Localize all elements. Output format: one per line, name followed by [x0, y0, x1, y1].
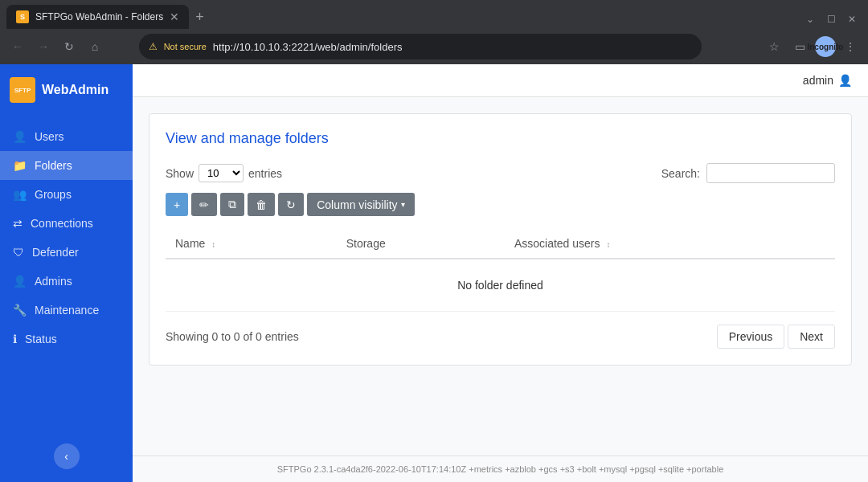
groups-icon: 👥: [13, 188, 27, 201]
previous-page-button[interactable]: Previous: [717, 325, 784, 349]
sidebar-nav: 👤 Users 📁 Folders 👥 Groups ⇄ Connections…: [0, 116, 133, 431]
delete-button[interactable]: 🗑: [248, 193, 275, 216]
minimize-button[interactable]: ⌄: [800, 13, 820, 26]
column-visibility-button[interactable]: Column visibility: [307, 193, 414, 216]
sidebar-item-maintenance[interactable]: 🔧 Maintenance: [0, 296, 133, 325]
admins-label: Admins: [35, 275, 72, 288]
folders-icon: 📁: [13, 159, 27, 172]
sidebar-item-admins[interactable]: 👤 Admins: [0, 267, 133, 296]
reload-button[interactable]: ↻: [58, 35, 80, 58]
copy-button[interactable]: ⧉: [220, 193, 244, 216]
show-entries-control: Show 10 25 50 100 entries: [166, 164, 282, 182]
sidebar-item-status[interactable]: ℹ Status: [0, 325, 133, 353]
sidebar-item-groups[interactable]: 👥 Groups: [0, 180, 133, 209]
connections-icon: ⇄: [13, 217, 23, 230]
page-title: View and manage folders: [166, 130, 835, 147]
pagination: Previous Next: [717, 325, 835, 349]
storage-column-header: Storage: [337, 229, 505, 259]
new-tab-button[interactable]: +: [189, 9, 211, 26]
version-text: SFTPGo 2.3.1-ca4da2f6-2022-06-10T17:14:1…: [277, 464, 724, 474]
profile-avatar[interactable]: Incognito: [815, 36, 836, 57]
connections-label: Connections: [31, 217, 93, 230]
search-input[interactable]: [706, 163, 835, 183]
main-content: admin 👤 View and manage folders Show 10 …: [133, 64, 868, 482]
admin-user-icon: 👤: [838, 74, 852, 87]
groups-label: Groups: [35, 188, 72, 201]
next-page-button[interactable]: Next: [788, 325, 835, 349]
browser-tab[interactable]: S SFTPGo WebAdmin - Folders ✕: [6, 5, 189, 29]
sidebar-item-folders[interactable]: 📁 Folders: [0, 151, 133, 180]
page-content: View and manage folders Show 10 25 50 10…: [133, 97, 868, 455]
users-label: Users: [35, 130, 64, 143]
collapse-sidebar-button[interactable]: ‹: [54, 443, 80, 469]
admin-username: admin: [803, 74, 833, 87]
action-buttons: + ✏ ⧉ 🗑 ↻ Column visibility: [166, 193, 835, 216]
content-header: admin 👤: [133, 64, 868, 97]
name-column-header[interactable]: Name ↕: [166, 229, 337, 259]
show-label: Show: [166, 167, 194, 180]
table-header: Name ↕ Storage Associated users ↕: [166, 229, 835, 259]
defender-label: Defender: [32, 246, 79, 259]
bookmark-button[interactable]: ☆: [764, 35, 786, 58]
restore-button[interactable]: ☐: [821, 13, 841, 26]
logo-icon: SFTP: [10, 77, 35, 103]
home-button[interactable]: ⌂: [84, 35, 106, 58]
entries-label: entries: [248, 167, 282, 180]
content-card: View and manage folders Show 10 25 50 10…: [149, 113, 852, 366]
window-controls: ⌄ ☐ ✕: [800, 13, 862, 29]
table-top-controls: Show 10 25 50 100 entries Search:: [166, 163, 835, 183]
tab-favicon: S: [16, 10, 29, 23]
menu-button[interactable]: ⋮: [839, 35, 862, 58]
no-data-cell: No folder defined: [166, 259, 835, 312]
table-body: No folder defined: [166, 259, 835, 312]
search-label: Search:: [661, 167, 700, 180]
folders-table: Name ↕ Storage Associated users ↕: [166, 229, 835, 312]
add-button[interactable]: +: [166, 193, 188, 216]
tab-close-button[interactable]: ✕: [170, 10, 179, 23]
refresh-button[interactable]: ↻: [278, 193, 304, 216]
sidebar-item-connections[interactable]: ⇄ Connections: [0, 209, 133, 238]
sidebar-item-defender[interactable]: 🛡 Defender: [0, 238, 133, 267]
app-footer: SFTPGo 2.3.1-ca4da2f6-2022-06-10T17:14:1…: [133, 455, 868, 482]
edit-button[interactable]: ✏: [191, 193, 217, 216]
admin-user-info: admin 👤: [803, 74, 852, 87]
browser-tab-bar: S SFTPGo WebAdmin - Folders ✕ + ⌄ ☐ ✕: [0, 0, 868, 29]
security-warning-icon: ⚠: [149, 41, 158, 52]
maintenance-icon: 🔧: [13, 304, 27, 317]
sidebar-collapse-area: ‹: [0, 431, 133, 482]
admins-icon: 👤: [13, 275, 27, 288]
defender-icon: 🛡: [13, 246, 24, 259]
sidebar: SFTP WebAdmin 👤 Users 📁 Folders 👥 Groups: [0, 64, 133, 482]
column-visibility-label: Column visibility: [317, 198, 397, 211]
logo-text: WebAdmin: [42, 83, 108, 97]
status-icon: ℹ: [13, 333, 17, 345]
close-button[interactable]: ✕: [842, 13, 862, 26]
status-label: Status: [25, 333, 57, 345]
back-button[interactable]: ←: [6, 35, 29, 58]
tab-title: SFTPGo WebAdmin - Folders: [35, 11, 163, 22]
toolbar-right: ☆ ▭ Incognito ⋮: [764, 35, 862, 58]
address-bar: ← → ↻ ⌂ ⚠ Not secure http://10.10.10.3:2…: [0, 29, 868, 64]
users-sort-icon: ↕: [606, 240, 610, 249]
address-field[interactable]: ⚠ Not secure http://10.10.10.3:2221/web/…: [139, 34, 702, 59]
table-footer: Showing 0 to 0 of 0 entries Previous Nex…: [166, 325, 835, 349]
sidebar-logo: SFTP WebAdmin: [0, 64, 133, 116]
sidebar-item-users[interactable]: 👤 Users: [0, 122, 133, 151]
associated-users-column-header: Associated users ↕: [505, 229, 835, 259]
entries-info: Showing 0 to 0 of 0 entries: [166, 330, 299, 343]
users-icon: 👤: [13, 130, 27, 143]
not-secure-label: Not secure: [164, 42, 207, 51]
folders-label: Folders: [35, 159, 72, 172]
app-container: SFTP WebAdmin 👤 Users 📁 Folders 👥 Groups: [0, 64, 868, 482]
entries-per-page-select[interactable]: 10 25 50 100: [199, 164, 244, 182]
forward-button[interactable]: →: [32, 35, 55, 58]
maintenance-label: Maintenance: [35, 304, 99, 317]
search-box: Search:: [661, 163, 835, 183]
name-sort-icon: ↕: [211, 240, 215, 249]
url-display: http://10.10.10.3:2221/web/admin/folders: [213, 41, 692, 53]
